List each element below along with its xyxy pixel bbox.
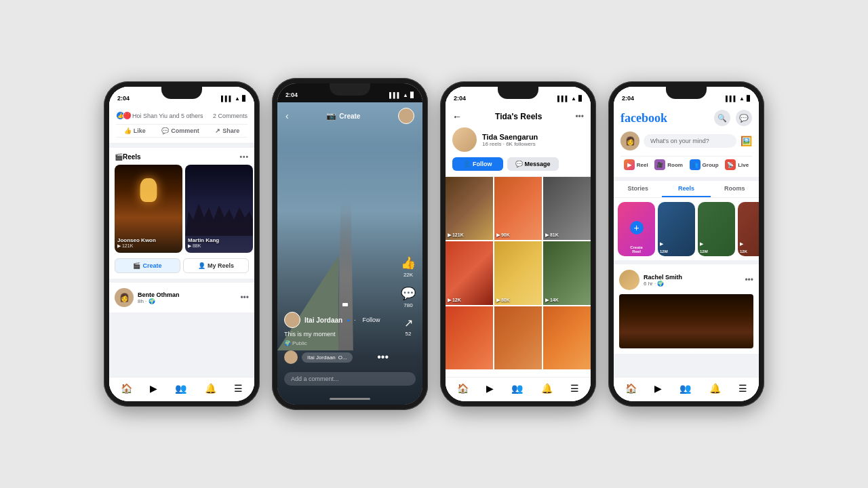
phones-container: 2:04 ▌▌▌ ▲ ▊ 👍 ❤️ Hoi Shan Yiu a [90, 64, 778, 424]
nav-home-3[interactable]: 🏠 [457, 383, 469, 396]
nav-home-4[interactable]: 🏠 [625, 383, 637, 396]
phone-1-bottom-nav: 🏠 ▶ 👥 🔔 ☰ [109, 377, 254, 401]
story-card-2[interactable]: ▶ 12M [698, 202, 735, 256]
follow-button[interactable]: 👤 Follow [452, 157, 503, 171]
my-reels-button[interactable]: 👤 My Reels [183, 258, 249, 273]
poster-avatar: 👩 [115, 288, 134, 307]
tab-reels[interactable]: Reels [662, 181, 710, 197]
globe-icon: 🌍 [284, 340, 291, 346]
live-qa-icon: 📡 [725, 159, 736, 170]
nav-video[interactable]: ▶ [150, 383, 157, 396]
user-avatar-top[interactable] [398, 108, 414, 124]
phone-4-status-icons: ▌▌▌ ▲ ▊ [726, 96, 751, 102]
phone-4-status-bar: 2:04 ▌▌▌ ▲ ▊ [614, 87, 759, 106]
bell-icon: 🔔 [205, 383, 216, 394]
like-button[interactable]: 👍 Like [124, 127, 146, 134]
create-reel-button[interactable]: 🎬 Create [115, 258, 180, 273]
share-action[interactable]: ↗ 52 [404, 317, 413, 337]
grid-thumb-4[interactable]: ▶ 12K [446, 241, 493, 304]
nav-bell-4[interactable]: 🔔 [709, 383, 721, 396]
reel-quick-action[interactable]: ▶ Reel [624, 159, 648, 170]
tab-stories[interactable]: Stories [614, 181, 662, 197]
reel-top-bar: ‹ 📷 Create [277, 102, 422, 129]
post-more-icon[interactable]: ••• [240, 293, 249, 302]
grid-thumb-7[interactable] [446, 306, 493, 369]
comment-action[interactable]: 💬 780 [401, 286, 416, 308]
create-reel-card[interactable]: + CreateReel [618, 202, 655, 256]
grid-thumb-9[interactable] [543, 306, 591, 369]
battery-icon: ▊ [242, 96, 246, 102]
grid-thumb-1[interactable]: ▶ 121K [446, 177, 493, 240]
nav-video-4[interactable]: ▶ [654, 383, 662, 396]
comment-input[interactable]: Add a comment... [284, 372, 416, 386]
rachel-post-image [619, 294, 753, 348]
like-action[interactable]: 👍 22K [401, 256, 416, 278]
nav-bell-3[interactable]: 🔔 [541, 383, 553, 396]
follow-button[interactable]: Follow [363, 317, 380, 323]
grid-thumb-8[interactable] [494, 306, 542, 369]
story-card-3[interactable]: ▶ 12K [738, 202, 759, 256]
phone-2-screen: 2:04 ▌▌▌ ▲ ▊ ‹ 📷 Create [277, 83, 422, 405]
grid-thumb-6[interactable]: ▶ 14K [543, 241, 591, 304]
reels-title: Reels [123, 153, 141, 161]
story-card-1[interactable]: ▶ 12M [658, 202, 695, 256]
phone-2-status-bar: 2:04 ▌▌▌ ▲ ▊ [277, 83, 422, 102]
more-comments-icon[interactable]: ••• [377, 351, 389, 363]
nav-video-3[interactable]: ▶ [486, 383, 494, 396]
crowd-visual [185, 195, 253, 236]
nav-menu[interactable]: ☰ [234, 383, 243, 396]
back-icon[interactable]: ‹ [285, 110, 289, 121]
nav-menu-3[interactable]: ☰ [570, 383, 579, 396]
reel-thumb-1[interactable]: Joonseo Kwon ▶ 121K [115, 165, 182, 253]
comment-button[interactable]: 💬 Comment [161, 127, 199, 134]
create-area[interactable]: 📷 Create [326, 111, 360, 121]
page-title: Tida's Reels [495, 112, 542, 121]
phone-1-content: 👍 ❤️ Hoi Shan Yiu and 5 others 2 Comment… [109, 87, 254, 401]
rachel-avatar [619, 270, 639, 290]
post-item: 👩 Bente Othman 8h · 🌍 ••• [109, 283, 254, 312]
grid-views-3: ▶ 81K [545, 232, 559, 238]
profile-stats: 16 reels · 6K followers [482, 141, 538, 147]
wifi-icon-4: ▲ [739, 96, 745, 102]
share-button[interactable]: ↗ Share [215, 127, 239, 134]
nav-friends-4[interactable]: 👥 [679, 383, 691, 396]
grid-thumb-3[interactable]: ▶ 81K [543, 177, 591, 240]
nav-bell[interactable]: 🔔 [205, 383, 216, 396]
rachel-post: Rachel Smith 6 hr · 🌍 ••• [614, 264, 759, 354]
search-button[interactable]: 🔍 [714, 110, 730, 126]
stories-tabs: Stories Reels Rooms [614, 181, 759, 198]
rachel-image-content [619, 294, 753, 348]
nav-friends[interactable]: 👥 [175, 383, 186, 396]
camera-icon: 📷 [326, 111, 336, 121]
back-button[interactable]: ← [452, 111, 462, 122]
room-quick-action[interactable]: 🎥 Room [654, 159, 683, 170]
rachel-name: Rachel Smith [644, 274, 682, 281]
message-button[interactable]: 💬 Message [507, 157, 559, 171]
quick-actions-row: ▶ Reel 🎥 Room 👥 Group 📡 [620, 156, 752, 173]
status-input[interactable]: What's on your mind? [644, 134, 736, 148]
nav-menu-4[interactable]: ☰ [738, 383, 747, 396]
grid-views-6: ▶ 14K [545, 298, 559, 303]
phone-4-bottom-nav: 🏠 ▶ 👥 🔔 ☰ [614, 377, 759, 401]
tab-rooms[interactable]: Rooms [711, 181, 759, 197]
messenger-button[interactable]: 💬 [736, 110, 752, 126]
nav-friends-3[interactable]: 👥 [511, 383, 523, 396]
reels-more-icon[interactable]: ••• [239, 153, 249, 161]
post-card: 👍 ❤️ Hoi Shan Yiu and 5 others 2 Comment… [109, 106, 254, 144]
post-more-button[interactable]: ••• [745, 275, 753, 285]
reaction-row: 👍 ❤️ Hoi Shan Yiu and 5 others 2 Comment… [116, 111, 248, 120]
nav-home[interactable]: 🏠 [121, 383, 132, 396]
reels-stories-row: + CreateReel ▶ 12M ▶ 12M ▶ 12K [614, 198, 759, 260]
grid-thumb-2[interactable]: ▶ 90K [494, 177, 542, 240]
group-quick-action[interactable]: 👥 Group [690, 159, 719, 170]
reel-thumb-2[interactable]: Martin Kang ▶ 88K [185, 165, 253, 253]
phone-4-notch [666, 87, 707, 99]
live-quick-action[interactable]: 📡 Live [725, 159, 749, 170]
grid-views-4: ▶ 12K [448, 298, 461, 303]
grid-thumb-5[interactable]: ▶ 80K [494, 241, 542, 304]
reel-poster-avatar[interactable] [284, 312, 300, 328]
photo-icon[interactable]: 🖼️ [741, 136, 752, 146]
more-icon[interactable]: ••• [575, 112, 584, 121]
phone-1-notch [161, 87, 202, 99]
verified-icon: ● [347, 317, 350, 323]
